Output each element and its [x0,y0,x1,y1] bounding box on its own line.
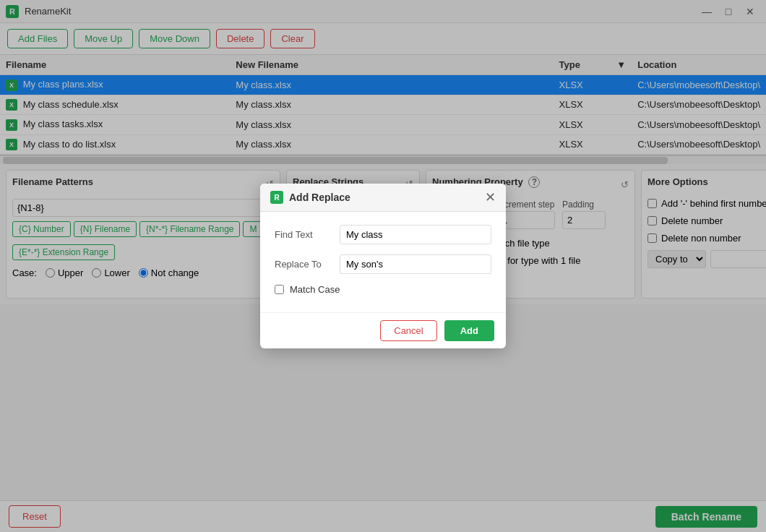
replace-to-label: Replace To [275,259,340,270]
find-text-field: Find Text [275,225,491,244]
modal-icon: R [270,191,283,204]
match-case-row: Match Case [275,284,491,295]
modal-footer: Cancel Add [260,312,506,348]
modal-title: R Add Replace [270,191,350,204]
find-text-input[interactable] [340,225,491,244]
modal-body: Find Text Replace To Match Case [260,212,506,312]
modal-close-button[interactable]: ✕ [485,191,496,204]
match-case-label: Match Case [290,284,340,295]
replace-to-field: Replace To [275,254,491,274]
add-replace-modal: R Add Replace ✕ Find Text Replace To Mat… [260,184,506,348]
modal-header: R Add Replace ✕ [260,184,506,212]
find-text-label: Find Text [275,229,340,240]
match-case-checkbox[interactable] [275,285,284,294]
modal-overlay: R Add Replace ✕ Find Text Replace To Mat… [0,0,766,532]
modal-cancel-button[interactable]: Cancel [380,320,436,341]
replace-to-input[interactable] [340,254,491,274]
modal-add-button[interactable]: Add [444,320,494,341]
